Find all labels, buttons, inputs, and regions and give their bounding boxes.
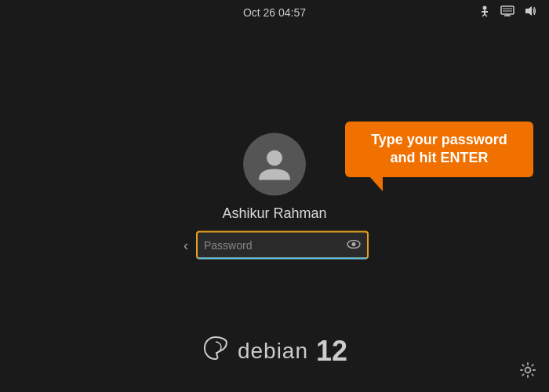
password-input[interactable] bbox=[204, 233, 344, 258]
svg-point-11 bbox=[267, 151, 282, 166]
input-bottom-accent bbox=[198, 258, 367, 260]
show-password-icon[interactable] bbox=[347, 238, 361, 252]
svg-line-4 bbox=[485, 14, 487, 16]
topbar-icons bbox=[478, 5, 536, 20]
avatar-icon bbox=[256, 146, 293, 183]
settings-icon[interactable] bbox=[519, 361, 536, 383]
volume-icon[interactable] bbox=[524, 5, 536, 20]
debian-version: 12 bbox=[316, 335, 347, 368]
datetime-display: Oct 26 04:57 bbox=[243, 6, 306, 19]
debian-logo-icon bbox=[202, 334, 230, 368]
back-arrow-icon[interactable]: ‹ bbox=[180, 234, 191, 256]
username-label: Ashikur Rahman bbox=[222, 205, 326, 222]
network-icon[interactable] bbox=[500, 5, 514, 20]
svg-point-14 bbox=[525, 368, 531, 373]
login-area: Ashikur Rahman ‹ bbox=[180, 133, 369, 260]
svg-marker-10 bbox=[525, 6, 532, 16]
svg-point-13 bbox=[352, 242, 356, 246]
callout-tooltip: Type your password and hit ENTER bbox=[345, 122, 533, 177]
debian-swirl-icon bbox=[202, 334, 230, 362]
user-avatar bbox=[243, 133, 306, 196]
accessibility-icon[interactable] bbox=[478, 5, 491, 20]
debian-name: debian bbox=[238, 339, 308, 364]
topbar: Oct 26 04:57 bbox=[0, 0, 549, 25]
password-row: ‹ bbox=[180, 231, 369, 260]
svg-line-3 bbox=[482, 14, 485, 16]
password-box bbox=[196, 231, 369, 260]
svg-point-0 bbox=[483, 6, 487, 10]
svg-rect-5 bbox=[501, 6, 514, 14]
debian-brand: debian 12 bbox=[202, 334, 347, 368]
